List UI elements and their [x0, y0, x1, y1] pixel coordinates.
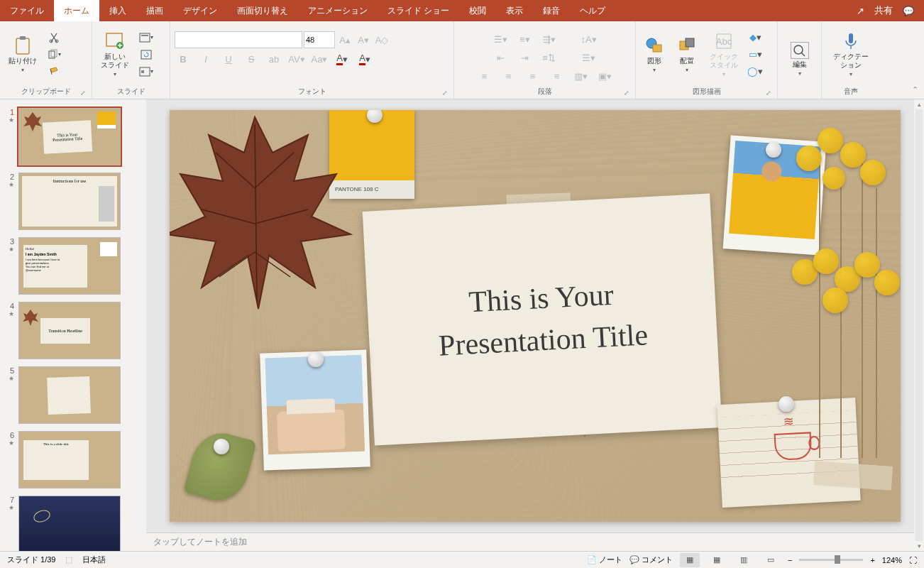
- thumbnail-3[interactable]: 3★ Hello!I am Jayden SmithI am here beca…: [0, 234, 146, 299]
- cut-button[interactable]: [45, 30, 62, 45]
- normal-view-button[interactable]: ▦: [680, 553, 700, 567]
- decrease-font-button[interactable]: A▾: [355, 32, 372, 48]
- new-slide-button[interactable]: 新しい スライド ▾: [97, 28, 133, 80]
- increase-font-button[interactable]: A▴: [336, 32, 353, 48]
- shadow-button[interactable]: ab: [265, 51, 282, 67]
- tab-insert[interactable]: 挿入: [99, 0, 136, 21]
- tab-transition[interactable]: 画面切り替え: [227, 0, 298, 21]
- shape-effects-button[interactable]: ◯▾: [747, 64, 764, 80]
- polaroid-van: [260, 349, 370, 470]
- font-size-select[interactable]: [304, 31, 335, 48]
- pin-icon: [766, 142, 781, 158]
- launcher-icon[interactable]: ⤢: [624, 89, 629, 97]
- share-button[interactable]: 共有: [874, 4, 893, 17]
- align-left-button[interactable]: ≡: [476, 68, 493, 84]
- zoom-percent[interactable]: 124%: [882, 556, 902, 564]
- tab-record[interactable]: 録音: [533, 0, 570, 21]
- svg-rect-20: [849, 33, 853, 43]
- language-indicator[interactable]: 日本語: [82, 555, 106, 565]
- title-paper: This is Your Presentation Title: [363, 193, 722, 445]
- shapes-button[interactable]: 図形▾: [640, 33, 669, 76]
- svg-rect-10: [141, 50, 151, 59]
- slide-canvas[interactable]: PANTONE 108 C This is Your Presentation …: [170, 110, 901, 522]
- tab-animation[interactable]: アニメーション: [298, 0, 378, 21]
- thumbnail-7[interactable]: 7★: [0, 493, 146, 551]
- tab-slideshow[interactable]: スライド ショー: [378, 0, 459, 21]
- sorter-view-button[interactable]: ▦: [707, 553, 727, 567]
- slide-thumbnails-panel[interactable]: 1★ This is Your Presentation Title 2★ In…: [0, 99, 146, 551]
- font-color-button[interactable]: A▾: [334, 51, 351, 67]
- quick-styles-button[interactable]: Abc クイック スタイル▾: [705, 28, 742, 80]
- fit-window-button[interactable]: ⛶: [909, 556, 917, 564]
- arrange-button[interactable]: 配置▾: [673, 33, 701, 76]
- workspace: 1★ This is Your Presentation Title 2★ In…: [0, 99, 924, 551]
- tab-home[interactable]: ホーム: [54, 0, 99, 21]
- line-spacing-button[interactable]: ≡⇅: [541, 50, 558, 65]
- launcher-icon[interactable]: ⤢: [766, 89, 771, 97]
- tab-view[interactable]: 表示: [496, 0, 533, 21]
- align-right-button[interactable]: ≡: [524, 68, 541, 84]
- zoom-in-button[interactable]: +: [870, 556, 874, 564]
- numbering-button[interactable]: ≡▾: [517, 31, 534, 47]
- svg-rect-1: [20, 36, 26, 40]
- paste-button[interactable]: 貼り付け ▾: [4, 33, 41, 76]
- tab-file[interactable]: ファイル: [0, 0, 54, 21]
- format-painter-button[interactable]: [45, 64, 62, 80]
- reset-button[interactable]: [138, 47, 155, 62]
- clear-format-button[interactable]: A◇: [373, 32, 390, 48]
- tab-help[interactable]: ヘルプ: [570, 0, 615, 21]
- copy-button[interactable]: ▾: [45, 47, 62, 62]
- scroll-down-icon[interactable]: ▾: [914, 541, 924, 551]
- arrange-label: 配置: [680, 57, 694, 65]
- editing-button[interactable]: 編集▾: [786, 39, 813, 80]
- comments-icon[interactable]: 💬: [903, 6, 914, 16]
- justify-button[interactable]: ≡: [549, 68, 566, 84]
- editing-label: 編集: [793, 60, 807, 69]
- notes-toggle[interactable]: 📄 ノート: [587, 555, 622, 565]
- thumbnail-5[interactable]: 5★: [0, 364, 146, 428]
- shape-fill-button[interactable]: ◆▾: [747, 30, 764, 45]
- bullets-button[interactable]: ☰▾: [493, 31, 510, 47]
- thumbnail-6[interactable]: 6★ This is a slide title: [0, 428, 146, 493]
- thumbnail-1[interactable]: 1★ This is Your Presentation Title: [0, 105, 146, 170]
- tab-draw[interactable]: 描画: [136, 0, 173, 21]
- comments-toggle[interactable]: 💬 コメント: [629, 555, 673, 565]
- vertical-scrollbar[interactable]: ▴ ▾: [914, 99, 924, 551]
- launcher-icon[interactable]: ⤢: [442, 89, 448, 97]
- dictate-button[interactable]: ディクテー ション▾: [829, 28, 873, 80]
- font-family-select[interactable]: [175, 31, 302, 48]
- tab-design[interactable]: デザイン: [173, 0, 227, 21]
- highlight-button[interactable]: A▾: [356, 51, 373, 67]
- text-direction-button[interactable]: ↕A▾: [581, 31, 598, 47]
- change-case-button[interactable]: Aa▾: [311, 51, 328, 67]
- decrease-indent-button[interactable]: ⇤: [493, 50, 510, 65]
- smartart-button[interactable]: ▣▾: [597, 68, 614, 84]
- slideshow-view-button[interactable]: ▭: [761, 553, 781, 567]
- layout-button[interactable]: ▾: [138, 30, 155, 45]
- scroll-up-icon[interactable]: ▴: [914, 99, 924, 109]
- launcher-icon[interactable]: ⤢: [80, 89, 86, 97]
- columns-button[interactable]: ▥▾: [573, 68, 590, 84]
- align-text-button[interactable]: ☰▾: [581, 50, 598, 65]
- align-center-button[interactable]: ≡: [500, 68, 517, 84]
- shape-outline-button[interactable]: ▭▾: [747, 47, 764, 62]
- share-icon[interactable]: ↗: [857, 6, 864, 16]
- tab-review[interactable]: 校閲: [459, 0, 496, 21]
- list-level-button[interactable]: ⇶▾: [541, 31, 558, 47]
- italic-button[interactable]: I: [197, 51, 214, 67]
- underline-button[interactable]: U: [220, 51, 237, 67]
- thumbnail-4[interactable]: 4★ Transition Headline: [0, 299, 146, 364]
- notes-pane[interactable]: タップしてノートを追加: [146, 532, 924, 551]
- section-button[interactable]: ▾: [138, 64, 155, 80]
- zoom-out-button[interactable]: −: [788, 556, 792, 564]
- bold-button[interactable]: B: [175, 51, 192, 67]
- accessibility-icon[interactable]: ⬚: [65, 555, 72, 564]
- reading-view-button[interactable]: ▥: [734, 553, 754, 567]
- char-spacing-button[interactable]: AV▾: [288, 51, 305, 67]
- zoom-slider[interactable]: [799, 559, 863, 561]
- increase-indent-button[interactable]: ⇥: [517, 50, 534, 65]
- thumbnail-2[interactable]: 2★ Instructions for use: [0, 170, 146, 234]
- strike-button[interactable]: S: [243, 51, 260, 67]
- voice-group-label: 音声: [844, 87, 858, 95]
- collapse-ribbon-button[interactable]: ⌃: [912, 85, 918, 94]
